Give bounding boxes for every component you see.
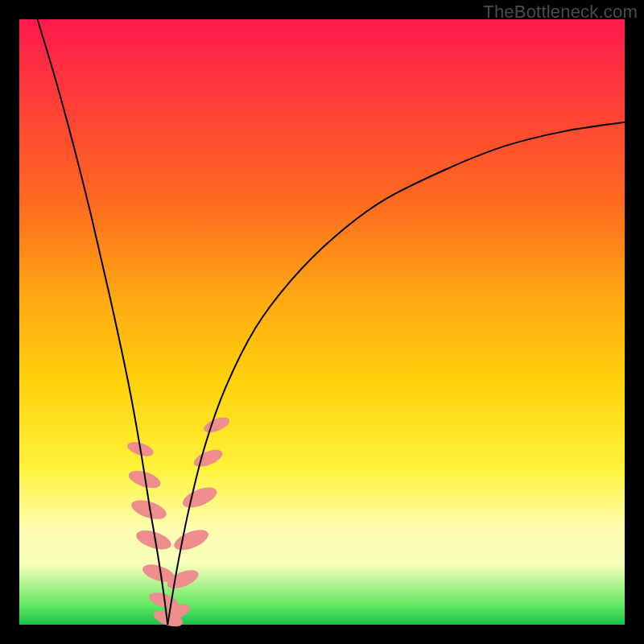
markers-group: [126, 415, 232, 630]
frame: TheBottleneck.com: [0, 0, 644, 644]
watermark-text: TheBottleneck.com: [483, 2, 638, 23]
plot-area: [19, 19, 625, 625]
curve-svg: [19, 19, 625, 625]
curve-marker: [192, 446, 225, 469]
curve-marker: [180, 483, 219, 511]
curve-marker: [171, 526, 211, 554]
right-branch: [167, 122, 625, 625]
curve-marker: [164, 566, 200, 592]
curve-marker: [202, 415, 232, 436]
